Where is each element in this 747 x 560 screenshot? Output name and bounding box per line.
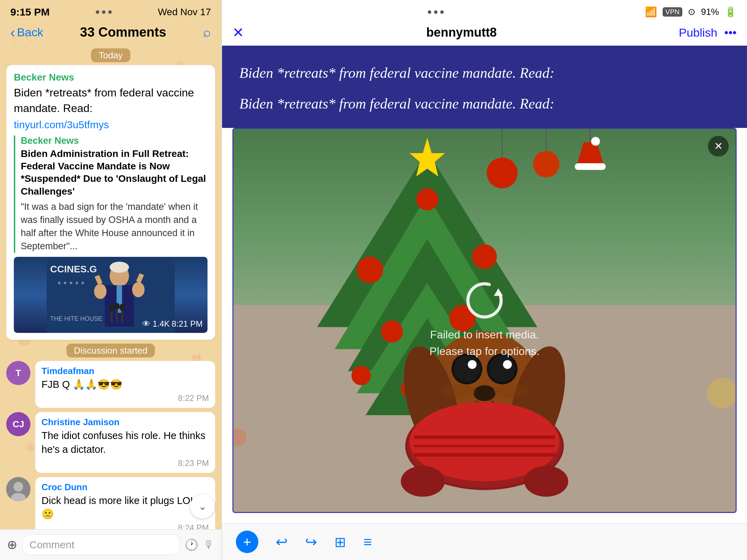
svg-point-41 <box>357 256 383 283</box>
comment-text: Dick head is more like it plugs LOL 🙁 <box>42 494 209 521</box>
quoted-body: "It was a bad sign for the 'mandate' whe… <box>21 200 208 253</box>
image-time: 8:21 PM <box>172 319 203 329</box>
comment-time: 8:22 PM <box>42 393 209 403</box>
search-icon[interactable]: ⌕ <box>203 25 211 40</box>
left-panel: ★ 🎄 🧦 🎅 ⭐ 🍩 🎁 🫖 🥞 9:15 PM Wed Nov 17 ‹ B… <box>0 0 221 560</box>
publish-button[interactable]: Publish <box>679 26 718 39</box>
dot2 <box>434 10 437 14</box>
media-close-button[interactable]: ✕ <box>708 136 729 157</box>
comment-item: T Timdeafman FJB Q 🙏🙏😎😎 8:22 PM <box>6 361 215 408</box>
svg-point-21 <box>132 282 145 297</box>
svg-point-40 <box>416 188 439 211</box>
battery-icon2: 🔋 <box>725 6 737 18</box>
avatar <box>6 477 30 501</box>
svg-rect-55 <box>575 163 606 170</box>
comment-time: 8:23 PM <box>42 458 209 468</box>
status-date: Wed Nov 17 <box>158 7 211 18</box>
post-text: Biden *retreats* from federal vaccine ma… <box>14 85 208 116</box>
discussion-badge: Discussion started <box>3 345 218 356</box>
article-image[interactable]: CCINES.G THE HITE HOUSE ★ ★ ★ ★ ★ <box>14 257 208 333</box>
comment-input-bar: ⊕ Comment 🕐 🎙 <box>0 529 221 560</box>
media-error-overlay[interactable]: Failed to insert media.Please tap for op… <box>430 281 540 360</box>
view-count: 1.4K <box>153 319 169 329</box>
svg-point-45 <box>351 366 371 385</box>
more-options-button[interactable]: ••• <box>724 26 737 39</box>
scroll-down-button[interactable]: ⌄ <box>190 494 214 519</box>
add-button[interactable]: + <box>236 531 258 553</box>
status-dots <box>96 10 112 14</box>
svg-point-28 <box>119 304 125 311</box>
svg-point-50 <box>487 157 517 188</box>
comment-bubble: Timdeafman FJB Q 🙏🙏😎😎 8:22 PM <box>35 361 215 408</box>
back-button[interactable]: ‹ Back <box>10 26 43 39</box>
microphone-icon[interactable]: 🎙 <box>203 539 214 551</box>
nav-title-right: bennymutt8 <box>251 25 672 40</box>
svg-line-22 <box>138 274 142 282</box>
close-button[interactable]: ✕ <box>232 25 244 40</box>
nav-bar: ‹ Back 33 Comments ⌕ <box>0 21 221 45</box>
chevron-down-icon: ⌄ <box>199 501 206 512</box>
svg-line-20 <box>97 276 100 284</box>
svg-point-70 <box>493 384 528 398</box>
undo-button[interactable]: ↩ <box>276 533 288 550</box>
svg-point-68 <box>473 385 496 401</box>
post-title[interactable]: Biden *retreats* from federal vaccine ma… <box>239 63 730 83</box>
comment-bubble: Croc Dunn Dick head is more like it plug… <box>35 477 215 529</box>
svg-point-42 <box>472 244 497 269</box>
image-stats: 👁 1.4K 8:21 PM <box>142 319 203 329</box>
status-dots-right <box>428 10 444 14</box>
media-area[interactable]: ✕ Failed to insert media.Please tap for … <box>232 128 737 513</box>
post-body[interactable]: Biden *retreats* from federal vaccine ma… <box>239 94 730 114</box>
svg-text:★ ★ ★ ★ ★: ★ ★ ★ ★ ★ <box>57 280 85 286</box>
right-panel: 📶 VPN ⊙ 91% 🔋 ✕ bennymutt8 Publish ••• B… <box>222 0 747 560</box>
svg-point-67 <box>503 360 512 368</box>
svg-point-66 <box>468 360 477 368</box>
attach-icon[interactable]: ⊕ <box>7 538 17 552</box>
svg-text:CCINES.G: CCINES.G <box>50 264 97 274</box>
svg-marker-83 <box>494 288 503 296</box>
svg-point-16 <box>110 262 129 273</box>
status-bar: 9:15 PM Wed Nov 17 <box>0 0 221 21</box>
eye-icon: 👁 <box>142 319 150 329</box>
post-source: Becker News <box>14 72 208 83</box>
comments-content: Today Becker News Biden *retreats* from … <box>0 45 221 529</box>
svg-point-30 <box>13 482 23 492</box>
menu-button[interactable]: ≡ <box>363 534 372 550</box>
layout-button[interactable]: ⊞ <box>334 534 346 550</box>
svg-text:THE    HITE HOUSE: THE HITE HOUSE <box>50 315 102 322</box>
main-post-card: Becker News Biden *retreats* from federa… <box>6 65 215 340</box>
wifi-icon: 📶 <box>645 6 657 18</box>
comment-item: Croc Dunn Dick head is more like it plug… <box>6 477 215 529</box>
nav-title: 33 Comments <box>80 25 166 40</box>
dot3 <box>440 10 444 14</box>
dot1 <box>428 10 431 14</box>
dot1 <box>96 10 99 14</box>
redo-button[interactable]: ↪ <box>305 533 317 550</box>
clock-icon[interactable]: 🕐 <box>185 538 199 551</box>
svg-point-19 <box>94 284 107 299</box>
back-label: Back <box>17 26 43 39</box>
svg-point-43 <box>381 320 403 343</box>
status-bar-right: 📶 VPN ⊙ 91% 🔋 <box>222 0 747 21</box>
media-error-text: Failed to insert media.Please tap for op… <box>430 326 540 360</box>
comment-item: CJ Christine Jamison The idiot confuses … <box>6 412 215 473</box>
dot2 <box>102 10 105 14</box>
input-icons: 🕐 🎙 <box>185 538 214 551</box>
comment-username: Timdeafman <box>42 366 209 376</box>
comment-text: The idiot confuses his role. He thinks h… <box>42 429 209 456</box>
refresh-icon <box>465 281 504 319</box>
svg-point-56 <box>591 137 600 146</box>
comment-bubble: Christine Jamison The idiot confuses his… <box>35 412 215 473</box>
vpn-badge: VPN <box>663 7 682 17</box>
status-time: 9:15 PM <box>10 6 49 18</box>
comment-input[interactable]: Comment <box>22 534 180 555</box>
svg-point-82 <box>468 284 501 317</box>
dot3 <box>108 10 112 14</box>
post-editor: Biden *retreats* from federal vaccine ma… <box>222 46 747 523</box>
svg-point-27 <box>114 303 120 310</box>
comment-time: 8:24 PM <box>42 523 209 529</box>
post-header-area[interactable]: Biden *retreats* from federal vaccine ma… <box>222 46 747 128</box>
quoted-title: Biden Administration in Full Retreat: Fe… <box>21 148 208 198</box>
svg-point-52 <box>533 151 559 177</box>
post-link[interactable]: tinyurl.com/3u5tfmys <box>14 119 208 131</box>
